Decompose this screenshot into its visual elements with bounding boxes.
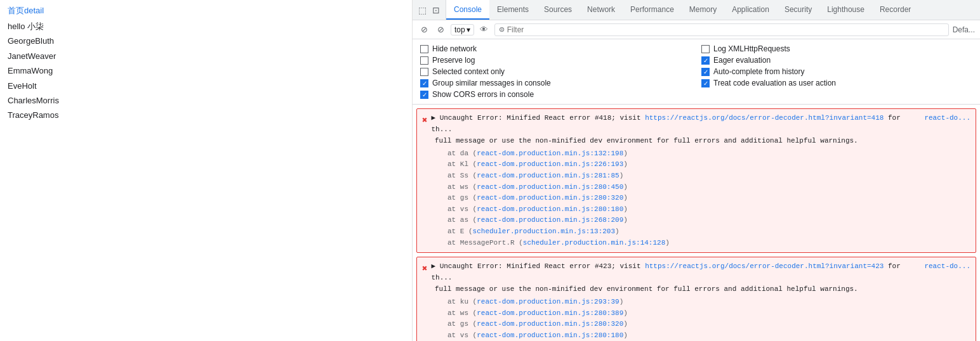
label-log-xmlhttp: Log XMLHttpRequests bbox=[713, 44, 790, 53]
checkbox-preserve-log[interactable] bbox=[420, 56, 428, 65]
context-dropdown-icon: ▾ bbox=[467, 25, 470, 34]
tab-memory[interactable]: Memory bbox=[682, 0, 724, 20]
homepage-link[interactable]: 首页detail bbox=[8, 6, 44, 15]
device-icon[interactable]: ⊡ bbox=[430, 4, 442, 16]
error-entry-error-423: ✖▶ Uncaught Error: Minified React error … bbox=[416, 257, 976, 341]
name-item: hello 小柒 bbox=[8, 19, 404, 34]
stack-link[interactable]: react-dom.production.min.js:268:209 bbox=[477, 216, 623, 224]
label-preserve-log: Preserve log bbox=[432, 56, 475, 65]
error-description: full message or use the non-minified dev… bbox=[435, 136, 970, 147]
setting-log-xmlhttp: Log XMLHttpRequests bbox=[701, 44, 972, 53]
filter-icon: ⊜ bbox=[499, 25, 505, 34]
stack-link[interactable]: react-dom.production.min.js:280:389 bbox=[477, 309, 623, 317]
stack-link[interactable]: react-dom.production.min.js:280:320 bbox=[477, 194, 623, 202]
stack-link[interactable]: react-dom.production.min.js:293:39 bbox=[477, 298, 619, 306]
tab-performance[interactable]: Performance bbox=[623, 0, 682, 20]
tab-network[interactable]: Network bbox=[579, 0, 623, 20]
settings-panel: Hide networkLog XMLHttpRequestsPreserve … bbox=[413, 39, 980, 105]
checkbox-eager-eval[interactable]: ✓ bbox=[701, 56, 710, 65]
stack-line: at vs (react-dom.production.min.js:280:1… bbox=[447, 330, 970, 341]
filter-area: ⊜ bbox=[494, 23, 949, 36]
console-toolbar: ⊘ ⊘ top ▾ 👁 ⊜ Defa... bbox=[413, 20, 980, 39]
tab-sources[interactable]: Sources bbox=[536, 0, 579, 20]
tab-security[interactable]: Security bbox=[777, 0, 819, 20]
checkbox-show-cors[interactable]: ✓ bbox=[420, 91, 428, 99]
checkbox-hide-network[interactable] bbox=[420, 45, 428, 53]
name-item: JanetWeaver bbox=[8, 49, 404, 63]
stack-trace: at da (react-dom.production.min.js:132:1… bbox=[447, 148, 970, 248]
tab-recorder[interactable]: Recorder bbox=[872, 0, 918, 20]
stack-line: at gs (react-dom.production.min.js:280:3… bbox=[447, 319, 970, 330]
stack-line: at as (react-dom.production.min.js:268:2… bbox=[447, 215, 970, 226]
setting-treat-code: ✓Treat code evaluation as user action bbox=[701, 79, 972, 87]
devtools-panel: ⬚ ⊡ ConsoleElementsSourcesNetworkPerform… bbox=[413, 0, 980, 341]
tab-lighthouse[interactable]: Lighthouse bbox=[819, 0, 872, 20]
console-output: ✖▶ Uncaught Error: Minified React error … bbox=[413, 105, 980, 341]
setting-group-similar: ✓Group similar messages in console bbox=[420, 79, 691, 87]
filter-input[interactable] bbox=[507, 25, 944, 34]
label-eager-eval: Eager evaluation bbox=[713, 56, 771, 65]
stack-line: at vs (react-dom.production.min.js:280:1… bbox=[447, 204, 970, 216]
stack-link[interactable]: react-dom.production.min.js:280:320 bbox=[477, 320, 623, 328]
stack-link[interactable]: react-dom.production.min.js:280:180 bbox=[477, 205, 623, 213]
default-levels-label[interactable]: Defa... bbox=[953, 25, 975, 34]
setting-eager-eval: ✓Eager evaluation bbox=[701, 56, 972, 65]
error-icon: ✖ bbox=[422, 262, 427, 276]
error-source[interactable]: react-do... bbox=[924, 113, 970, 124]
context-selector[interactable]: top ▾ bbox=[451, 24, 474, 35]
tab-elements[interactable]: Elements bbox=[489, 0, 536, 20]
tab-bar: ⬚ ⊡ ConsoleElementsSourcesNetworkPerform… bbox=[413, 0, 980, 20]
context-label: top bbox=[454, 25, 465, 34]
stack-trace: at ku (react-dom.production.min.js:293:3… bbox=[447, 297, 970, 341]
stack-line: at Kl (react-dom.production.min.js:226:1… bbox=[447, 159, 970, 170]
checkbox-selected-context[interactable] bbox=[420, 68, 428, 76]
stack-line: at Ss (react-dom.production.min.js:281:8… bbox=[447, 170, 970, 182]
stack-link[interactable]: react-dom.production.min.js:226:193 bbox=[477, 160, 623, 168]
name-item: CharlesMorris bbox=[8, 93, 404, 108]
checkbox-group-similar[interactable]: ✓ bbox=[420, 79, 428, 87]
stack-line: at gs (react-dom.production.min.js:280:3… bbox=[447, 193, 970, 204]
stack-link[interactable]: react-dom.production.min.js:281:85 bbox=[477, 172, 619, 179]
eye-icon[interactable]: 👁 bbox=[478, 23, 491, 36]
tab-application[interactable]: Application bbox=[724, 0, 777, 20]
error-title: ▶ Uncaught Error: Minified React error #… bbox=[431, 261, 919, 283]
setting-hide-network: Hide network bbox=[420, 44, 691, 53]
name-item: EmmaWong bbox=[8, 63, 404, 78]
stack-link[interactable]: scheduler.production.min.js:14:128 bbox=[523, 239, 665, 247]
error-link[interactable]: https://reactjs.org/docs/error-decoder.h… bbox=[645, 114, 884, 122]
error-link[interactable]: https://reactjs.org/docs/error-decoder.h… bbox=[645, 262, 884, 270]
setting-preserve-log: Preserve log bbox=[420, 56, 691, 65]
stack-link[interactable]: scheduler.production.min.js:13:203 bbox=[473, 228, 615, 235]
inspect-icon[interactable]: ⬚ bbox=[416, 4, 428, 16]
label-hide-network: Hide network bbox=[432, 44, 477, 53]
name-item: GeorgeBluth bbox=[8, 34, 404, 48]
label-autocomplete-history: Auto-complete from history bbox=[713, 67, 804, 76]
stack-line: at ws (react-dom.production.min.js:280:3… bbox=[447, 308, 970, 319]
setting-autocomplete-history: ✓Auto-complete from history bbox=[701, 67, 972, 76]
setting-show-cors: ✓Show CORS errors in console bbox=[420, 90, 691, 99]
checkbox-log-xmlhttp[interactable] bbox=[701, 45, 710, 53]
error-icon: ✖ bbox=[422, 113, 427, 127]
tab-console[interactable]: Console bbox=[446, 0, 489, 20]
name-list: hello 小柒GeorgeBluthJanetWeaverEmmaWongEv… bbox=[8, 19, 404, 123]
label-selected-context: Selected context only bbox=[432, 67, 505, 76]
checkbox-autocomplete-history[interactable]: ✓ bbox=[701, 68, 710, 76]
stack-link[interactable]: react-dom.production.min.js:132:198 bbox=[477, 150, 623, 157]
error-source[interactable]: react-do... bbox=[924, 261, 970, 273]
checkbox-treat-code[interactable]: ✓ bbox=[701, 79, 710, 87]
left-panel: 首页detail hello 小柒GeorgeBluthJanetWeaverE… bbox=[0, 0, 413, 341]
name-item: TraceyRamos bbox=[8, 108, 404, 122]
devtools-icons: ⬚ ⊡ bbox=[413, 0, 446, 20]
stack-link[interactable]: react-dom.production.min.js:280:180 bbox=[477, 331, 623, 339]
stack-line: at da (react-dom.production.min.js:132:1… bbox=[447, 148, 970, 160]
clear-console-button[interactable]: ⊘ bbox=[418, 23, 430, 36]
stack-link[interactable]: react-dom.production.min.js:280:450 bbox=[477, 183, 623, 191]
error-title: ▶ Uncaught Error: Minified React error #… bbox=[431, 113, 919, 135]
label-group-similar: Group similar messages in console bbox=[432, 79, 551, 87]
stack-line: at E (scheduler.production.min.js:13:203… bbox=[447, 226, 970, 238]
filter-toggle-button[interactable]: ⊘ bbox=[434, 23, 447, 36]
error-description: full message or use the non-minified dev… bbox=[435, 284, 970, 295]
label-treat-code: Treat code evaluation as user action bbox=[713, 79, 836, 87]
setting-selected-context: Selected context only bbox=[420, 67, 691, 76]
tabs-container: ConsoleElementsSourcesNetworkPerformance… bbox=[446, 0, 918, 20]
